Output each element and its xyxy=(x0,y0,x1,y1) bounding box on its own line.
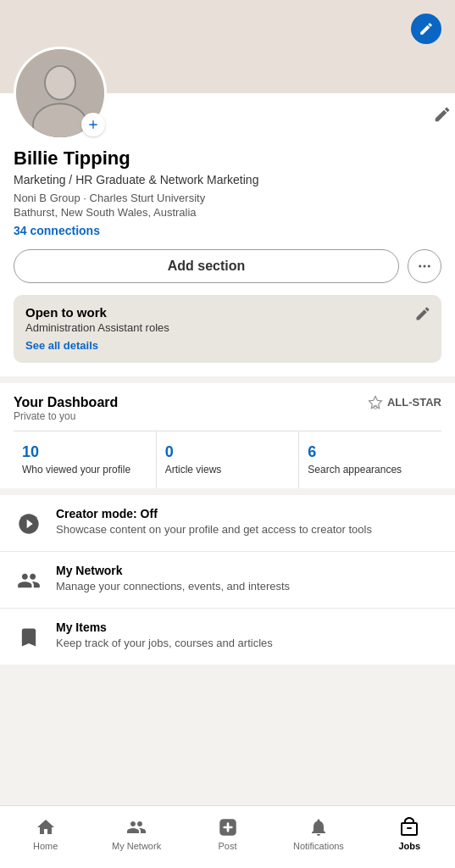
network-icon xyxy=(125,816,147,838)
my-items-content: My Items Keep track of your jobs, course… xyxy=(56,620,273,651)
creator-mode-item[interactable]: Creator mode: Off Showcase content on yo… xyxy=(0,495,455,552)
post-icon xyxy=(217,816,239,838)
stat-article-views[interactable]: 0 Article views xyxy=(157,431,300,489)
profile-card: Billie Tipping Marketing / HR Graduate &… xyxy=(0,93,455,376)
home-icon xyxy=(35,816,57,838)
nav-my-network[interactable]: My Network xyxy=(91,813,181,851)
nav-post[interactable]: Post xyxy=(182,813,273,851)
stat-article-views-number: 0 xyxy=(165,443,291,461)
my-network-item[interactable]: My Network Manage your connections, even… xyxy=(0,552,455,609)
notifications-icon xyxy=(308,816,330,838)
svg-rect-12 xyxy=(407,827,412,829)
my-network-title: My Network xyxy=(56,564,290,577)
my-items-icon xyxy=(14,622,44,653)
add-section-row: Add section xyxy=(14,249,441,283)
stat-search-appearances[interactable]: 6 Search appearances xyxy=(299,431,441,489)
svg-point-6 xyxy=(424,264,426,267)
nav-notifications-label: Notifications xyxy=(293,841,344,851)
nav-home[interactable]: Home xyxy=(0,813,91,851)
creator-mode-icon xyxy=(14,509,44,539)
add-section-button[interactable]: Add section xyxy=(14,249,399,283)
open-to-work-edit-button[interactable] xyxy=(414,305,431,326)
creator-mode-status: Off xyxy=(141,507,158,520)
svg-point-7 xyxy=(428,264,430,267)
dashboard-subtitle: Private to you xyxy=(14,410,118,422)
connections-link[interactable]: 34 connections xyxy=(14,224,441,237)
dashboard-stats: 10 Who viewed your profile 0 Article vie… xyxy=(14,431,441,489)
stat-profile-views-label: Who viewed your profile xyxy=(22,463,147,477)
profile-headline: Marketing / HR Graduate & Network Market… xyxy=(14,173,441,186)
profile-name: Billie Tipping xyxy=(14,147,441,171)
svg-point-5 xyxy=(419,264,421,267)
dashboard-list: Creator mode: Off Showcase content on yo… xyxy=(0,495,455,665)
jobs-icon xyxy=(398,816,420,838)
profile-location: Bathurst, New South Wales, Australia xyxy=(14,206,441,219)
nav-home-label: Home xyxy=(33,841,58,851)
open-to-work-subtitle: Administration Assistant roles xyxy=(25,321,430,334)
nav-jobs-label: Jobs xyxy=(398,841,420,851)
stat-profile-views-number: 10 xyxy=(22,443,147,461)
dashboard-header: Your Dashboard Private to you ALL-STAR xyxy=(14,395,441,422)
nav-jobs[interactable]: Jobs xyxy=(364,813,455,851)
open-to-work-title: Open to work xyxy=(25,305,430,320)
my-network-icon xyxy=(14,565,44,596)
my-network-desc: Manage your connections, events, and int… xyxy=(56,579,290,594)
dashboard-title-group: Your Dashboard Private to you xyxy=(14,395,118,422)
avatar-add-button[interactable] xyxy=(81,113,105,136)
stat-article-views-label: Article views xyxy=(165,463,291,477)
profile-company: Noni B Group · Charles Sturt University xyxy=(14,192,441,204)
nav-notifications[interactable]: Notifications xyxy=(273,813,363,851)
dashboard-section: Your Dashboard Private to you ALL-STAR 1… xyxy=(0,383,455,489)
all-star-badge[interactable]: ALL-STAR xyxy=(368,395,441,410)
edit-profile-button[interactable] xyxy=(430,102,455,131)
my-items-item[interactable]: My Items Keep track of your jobs, course… xyxy=(0,609,455,665)
open-to-work-banner: Open to work Administration Assistant ro… xyxy=(14,295,441,363)
all-star-label: ALL-STAR xyxy=(387,396,441,409)
nav-post-label: Post xyxy=(219,841,237,851)
creator-mode-title: Creator mode: Off xyxy=(56,507,372,520)
edit-profile-top-button[interactable] xyxy=(411,14,441,44)
avatar-container xyxy=(14,47,107,140)
bottom-nav: Home My Network Post Notifications xyxy=(0,805,455,868)
svg-point-3 xyxy=(46,67,75,99)
creator-mode-content: Creator mode: Off Showcase content on yo… xyxy=(56,507,372,537)
stat-profile-views[interactable]: 10 Who viewed your profile xyxy=(14,431,157,489)
dashboard-title: Your Dashboard xyxy=(14,395,118,410)
my-items-desc: Keep track of your jobs, courses and art… xyxy=(56,636,273,651)
my-network-content: My Network Manage your connections, even… xyxy=(56,564,290,594)
stat-search-appearances-number: 6 xyxy=(308,443,433,461)
my-items-title: My Items xyxy=(56,620,273,634)
nav-my-network-label: My Network xyxy=(112,841,161,851)
more-options-button[interactable] xyxy=(408,249,441,283)
stat-search-appearances-label: Search appearances xyxy=(308,463,433,477)
creator-mode-desc: Showcase content on your profile and get… xyxy=(56,522,372,537)
see-all-details-link[interactable]: See all details xyxy=(25,339,98,352)
